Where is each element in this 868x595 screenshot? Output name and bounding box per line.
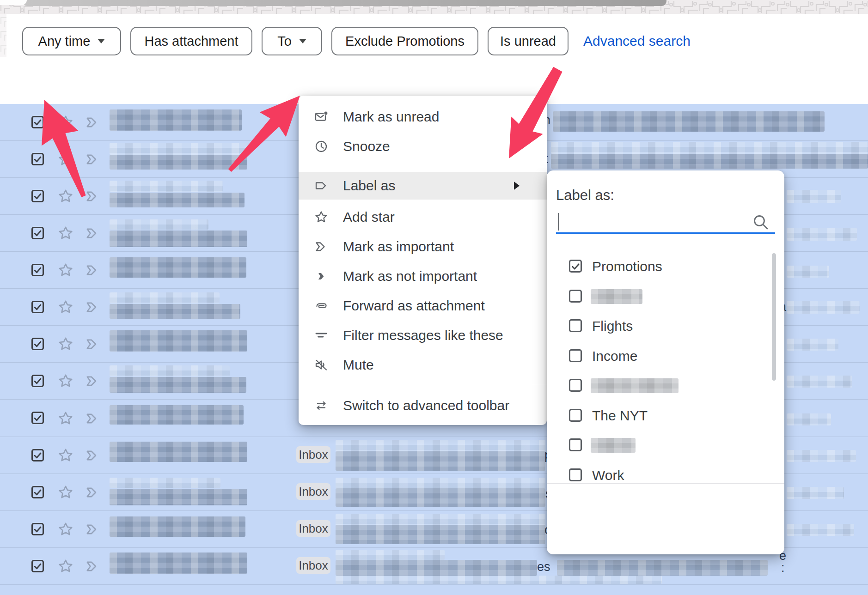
importance-marker-icon[interactable] bbox=[85, 411, 100, 426]
row-checkbox-checked[interactable] bbox=[31, 412, 44, 424]
redacted-text-fragment: es bbox=[537, 560, 550, 574]
importance-marker-icon[interactable] bbox=[85, 152, 100, 167]
filter-chip-to[interactable]: To bbox=[262, 27, 322, 55]
checkbox-checked-icon[interactable] bbox=[569, 260, 582, 273]
star-icon[interactable] bbox=[57, 299, 74, 316]
menu-item-label-as[interactable]: Label as bbox=[299, 172, 547, 200]
checkbox-icon[interactable] bbox=[569, 409, 582, 422]
row-checkbox-checked[interactable] bbox=[31, 449, 44, 461]
label-option-work[interactable]: Work bbox=[547, 461, 784, 484]
gmail-search-results-screen: Any timeHas attachmentToExclude Promotio… bbox=[0, 0, 868, 595]
star-icon[interactable] bbox=[57, 521, 74, 538]
row-checkbox-checked[interactable] bbox=[31, 486, 44, 498]
star-icon[interactable] bbox=[57, 373, 74, 389]
checkbox-icon[interactable] bbox=[569, 290, 582, 303]
menu-item-label: Add star bbox=[343, 209, 395, 225]
importance-marker-icon[interactable] bbox=[85, 448, 100, 463]
menu-item-label: Snooze bbox=[343, 139, 390, 154]
label-list-scrollbar[interactable] bbox=[772, 253, 776, 381]
label-as-panel: Label as: PromotionsFlightsIncomeThe NYT… bbox=[547, 170, 784, 554]
advanced-search-link[interactable]: Advanced search bbox=[583, 33, 691, 49]
row-checkbox-checked[interactable] bbox=[31, 116, 44, 128]
menu-item-mark-as-unread[interactable]: Mark as unread bbox=[299, 103, 547, 131]
star-icon[interactable] bbox=[57, 225, 74, 242]
star-icon[interactable] bbox=[57, 188, 74, 205]
checkbox-icon[interactable] bbox=[569, 319, 582, 332]
row-checkbox-checked[interactable] bbox=[31, 375, 44, 387]
mark-unread-icon bbox=[314, 110, 328, 124]
menu-divider bbox=[299, 167, 547, 167]
importance-marker-icon[interactable] bbox=[85, 559, 100, 574]
menu-item-label: Mute bbox=[343, 357, 374, 373]
menu-item-switch-to-advanced-toolbar[interactable]: Switch to advanced toolbar bbox=[299, 392, 547, 419]
menu-item-forward-as-attachment[interactable]: Forward as attachment bbox=[299, 292, 547, 320]
redacted-text-block bbox=[336, 478, 545, 489]
redacted-text-block bbox=[336, 560, 537, 576]
filter-chip-label: Exclude Promotions bbox=[345, 34, 465, 49]
row-checkbox-checked[interactable] bbox=[31, 227, 44, 239]
checkbox-icon[interactable] bbox=[569, 349, 582, 362]
menu-item-mute[interactable]: Mute bbox=[299, 351, 547, 379]
row-checkbox-checked[interactable] bbox=[31, 338, 44, 350]
menu-item-mark-as-important[interactable]: Mark as important bbox=[299, 233, 547, 261]
redacted-text-block bbox=[110, 552, 247, 574]
menu-item-add-star[interactable]: Add star bbox=[299, 203, 547, 231]
inbox-label-chip: Inbox bbox=[296, 557, 330, 574]
redacted-text-block bbox=[336, 550, 445, 560]
checkbox-icon[interactable] bbox=[569, 379, 582, 392]
label-option-redacted[interactable] bbox=[547, 431, 784, 460]
email-row-selected[interactable] bbox=[0, 585, 868, 595]
menu-item-mark-as-not-important[interactable]: Mark as not important bbox=[299, 262, 547, 290]
redacted-text-block bbox=[551, 142, 868, 154]
label-option-the-nyt[interactable]: The NYT bbox=[547, 401, 784, 431]
star-icon[interactable] bbox=[57, 336, 74, 352]
label-option-redacted[interactable] bbox=[547, 371, 784, 401]
label-option-promotions[interactable]: Promotions bbox=[547, 252, 784, 281]
importance-marker-icon[interactable] bbox=[85, 374, 100, 389]
redacted-text-block bbox=[553, 111, 825, 132]
label-option-income[interactable]: Income bbox=[547, 341, 784, 371]
redacted-text-block bbox=[787, 228, 857, 241]
row-checkbox-checked[interactable] bbox=[31, 264, 44, 276]
importance-marker-icon[interactable] bbox=[85, 485, 100, 500]
star-icon[interactable] bbox=[57, 484, 74, 501]
filter-chip-has-attachment[interactable]: Has attachment bbox=[130, 27, 252, 55]
importance-marker-icon[interactable] bbox=[85, 226, 100, 241]
star-icon[interactable] bbox=[57, 410, 74, 427]
importance-marker-icon[interactable] bbox=[85, 522, 100, 537]
label-option-flights[interactable]: Flights bbox=[547, 311, 784, 341]
filter-chip-any-time[interactable]: Any time bbox=[22, 27, 121, 55]
filter-chip-exclude-promotions[interactable]: Exclude Promotions bbox=[331, 27, 478, 55]
inbox-label-chip: Inbox bbox=[296, 446, 330, 463]
star-icon[interactable] bbox=[57, 558, 74, 575]
menu-item-snooze[interactable]: Snooze bbox=[299, 133, 547, 160]
redacted-text-block bbox=[787, 524, 854, 536]
star-icon[interactable] bbox=[57, 114, 74, 131]
row-checkbox-checked[interactable] bbox=[31, 523, 44, 535]
row-checkbox-checked[interactable] bbox=[31, 560, 44, 572]
importance-marker-icon[interactable] bbox=[85, 263, 100, 278]
star-icon[interactable] bbox=[57, 447, 74, 464]
row-checkbox-checked[interactable] bbox=[31, 301, 44, 313]
filter-chip-is-unread[interactable]: Is unread bbox=[488, 27, 568, 55]
importance-marker-icon[interactable] bbox=[85, 189, 100, 204]
importance-marker-icon[interactable] bbox=[85, 115, 100, 130]
menu-item-label: Mark as important bbox=[343, 239, 454, 255]
not-important-icon bbox=[314, 269, 328, 283]
checkbox-icon[interactable] bbox=[569, 438, 582, 451]
star-icon[interactable] bbox=[57, 262, 74, 279]
row-checkbox-checked[interactable] bbox=[31, 153, 44, 165]
label-search-input[interactable] bbox=[556, 211, 775, 232]
attachment-icon bbox=[314, 299, 328, 313]
search-filter-chips: Any timeHas attachmentToExclude Promotio… bbox=[22, 27, 568, 55]
redacted-text-block bbox=[787, 450, 856, 462]
menu-item-filter-messages-like-these[interactable]: Filter messages like these bbox=[299, 322, 547, 349]
menu-item-label: Filter messages like these bbox=[343, 328, 503, 343]
star-icon[interactable] bbox=[57, 151, 74, 168]
checkbox-icon[interactable] bbox=[569, 468, 582, 481]
row-checkbox-checked[interactable] bbox=[31, 190, 44, 202]
label-option-redacted[interactable] bbox=[547, 282, 784, 311]
importance-marker-icon[interactable] bbox=[85, 300, 100, 315]
importance-marker-icon[interactable] bbox=[85, 337, 100, 352]
menu-item-label: Label as bbox=[343, 178, 395, 194]
